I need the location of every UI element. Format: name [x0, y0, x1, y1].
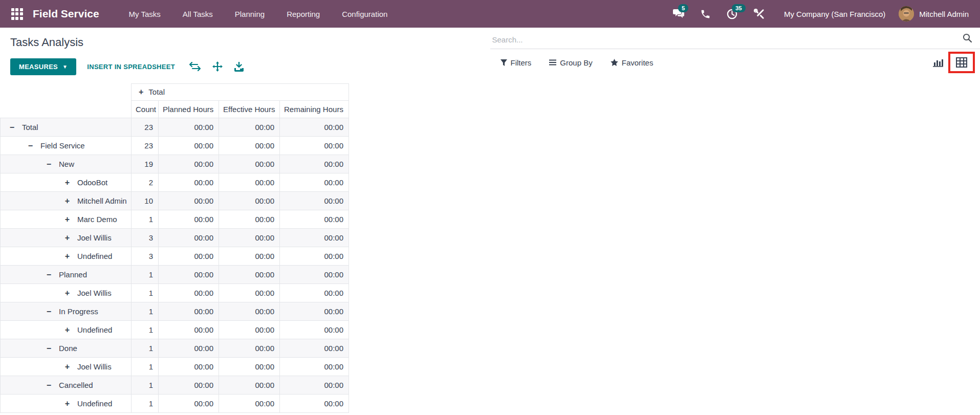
- table-row: −Total2300:0000:0000:00: [1, 118, 349, 137]
- cell-value: 00:00: [159, 247, 219, 266]
- cell-value: 00:00: [159, 284, 219, 302]
- expand-icon[interactable]: +: [139, 88, 143, 96]
- expand-icon[interactable]: +: [64, 289, 71, 298]
- cell-value: 00:00: [159, 358, 219, 376]
- main-menu: My TasksAll TasksPlanningReportingConfig…: [129, 10, 388, 18]
- cell-value: 00:00: [159, 210, 219, 229]
- search-options: Filters Group By Favorites: [490, 49, 980, 76]
- filters-button[interactable]: Filters: [500, 58, 532, 67]
- row-header-odoobot[interactable]: +OdooBot: [1, 173, 132, 192]
- systray: 5 35 My Company (San Francisco): [665, 0, 972, 28]
- group-by-button[interactable]: Group By: [549, 58, 592, 67]
- row-header-planned[interactable]: −Planned: [1, 266, 132, 284]
- menu-item-reporting[interactable]: Reporting: [287, 10, 320, 18]
- collapse-icon[interactable]: −: [46, 344, 52, 353]
- row-header-total[interactable]: −Total: [1, 118, 132, 137]
- row-label: Undefined: [77, 399, 112, 408]
- debug-tools-button[interactable]: [746, 0, 773, 28]
- column-group-total[interactable]: +Total: [132, 84, 349, 101]
- download-button[interactable]: [234, 62, 244, 72]
- column-group-label: Total: [148, 88, 165, 96]
- company-switcher[interactable]: My Company (San Francisco): [784, 10, 885, 18]
- activities-button[interactable]: 35: [718, 0, 746, 28]
- measure-header[interactable]: Effective Hours: [219, 101, 280, 118]
- menu-item-my-tasks[interactable]: My Tasks: [129, 10, 161, 18]
- bar-chart-view-button[interactable]: [928, 55, 948, 70]
- flip-axis-button[interactable]: [189, 62, 201, 71]
- collapse-icon[interactable]: −: [27, 141, 34, 150]
- row-label: Planned: [59, 270, 87, 279]
- expand-icon[interactable]: +: [64, 252, 71, 261]
- search-icon[interactable]: [963, 33, 972, 45]
- cell-value: 3: [132, 247, 159, 266]
- menu-item-planning[interactable]: Planning: [235, 10, 265, 18]
- measure-header[interactable]: Count: [132, 101, 159, 118]
- apps-menu-button[interactable]: [8, 5, 26, 23]
- expand-icon[interactable]: +: [64, 399, 71, 408]
- cell-value: 00:00: [219, 247, 280, 266]
- row-label: Cancelled: [59, 381, 93, 389]
- cell-value: 00:00: [280, 192, 349, 210]
- row-header-field-service[interactable]: −Field Service: [1, 137, 132, 155]
- row-header-undefined[interactable]: +Undefined: [1, 395, 132, 413]
- collapse-icon[interactable]: −: [9, 123, 15, 132]
- row-header-done[interactable]: −Done: [1, 339, 132, 358]
- row-header-undefined[interactable]: +Undefined: [1, 247, 132, 266]
- row-header-marc-demo[interactable]: +Marc Demo: [1, 210, 132, 229]
- row-header-mitchell-admin[interactable]: +Mitchell Admin: [1, 192, 132, 210]
- row-header-new[interactable]: −New: [1, 155, 132, 173]
- cell-value: 1: [132, 339, 159, 358]
- user-menu[interactable]: Mitchell Admin: [899, 6, 972, 21]
- expand-icon[interactable]: +: [64, 362, 71, 372]
- collapse-icon[interactable]: −: [46, 381, 52, 390]
- row-label: Joel Willis: [77, 362, 112, 371]
- cell-value: 00:00: [280, 118, 349, 137]
- row-header-joel-willis[interactable]: +Joel Willis: [1, 358, 132, 376]
- row-label: Undefined: [77, 252, 112, 260]
- collapse-icon[interactable]: −: [46, 307, 52, 316]
- expand-icon[interactable]: +: [64, 233, 71, 243]
- search-input[interactable]: [490, 35, 980, 49]
- row-header-undefined[interactable]: +Undefined: [1, 321, 132, 339]
- menu-item-configuration[interactable]: Configuration: [342, 10, 387, 18]
- calls-button[interactable]: [692, 0, 718, 28]
- expand-all-button[interactable]: [212, 61, 223, 72]
- expand-icon[interactable]: +: [64, 215, 71, 224]
- pivot-view-button[interactable]: [955, 56, 968, 69]
- cell-value: 10: [132, 192, 159, 210]
- row-header-cancelled[interactable]: −Cancelled: [1, 376, 132, 395]
- table-row: −Done100:0000:0000:00: [1, 339, 349, 358]
- pivot-table-body: −Total2300:0000:0000:00−Field Service230…: [1, 118, 349, 413]
- menu-item-all-tasks[interactable]: All Tasks: [183, 10, 213, 18]
- collapse-icon[interactable]: −: [46, 270, 52, 279]
- table-row: +Joel Willis100:0000:0000:00: [1, 284, 349, 302]
- measures-button[interactable]: MEASURES ▼: [10, 58, 76, 75]
- expand-icon[interactable]: +: [64, 196, 71, 206]
- lines-icon: [549, 59, 556, 65]
- favorites-button[interactable]: Favorites: [611, 58, 654, 67]
- expand-icon[interactable]: +: [64, 325, 71, 335]
- cell-value: 1: [132, 266, 159, 284]
- cell-value: 00:00: [280, 358, 349, 376]
- cell-value: 00:00: [219, 118, 280, 137]
- app-title[interactable]: Field Service: [33, 8, 99, 20]
- measure-header[interactable]: Planned Hours: [159, 101, 219, 118]
- row-header-joel-willis[interactable]: +Joel Willis: [1, 229, 132, 247]
- cell-value: 00:00: [219, 137, 280, 155]
- row-header-joel-willis[interactable]: +Joel Willis: [1, 284, 132, 302]
- cell-value: 1: [132, 284, 159, 302]
- insert-in-spreadsheet-button[interactable]: INSERT IN SPREADSHEET: [87, 63, 175, 71]
- collapse-icon[interactable]: −: [46, 160, 52, 169]
- cell-value: 00:00: [280, 155, 349, 173]
- user-name: Mitchell Admin: [919, 10, 969, 18]
- table-row: +Marc Demo100:0000:0000:00: [1, 210, 349, 229]
- swap-arrows-icon: [189, 62, 201, 71]
- messages-button[interactable]: 5: [665, 0, 692, 28]
- table-row: +Joel Willis100:0000:0000:00: [1, 358, 349, 376]
- move-arrows-icon: [212, 61, 223, 72]
- expand-icon[interactable]: +: [64, 178, 71, 187]
- cell-value: 00:00: [219, 321, 280, 339]
- cell-value: 00:00: [159, 155, 219, 173]
- measure-header[interactable]: Remaining Hours: [280, 101, 349, 118]
- row-header-in-progress[interactable]: −In Progress: [1, 302, 132, 321]
